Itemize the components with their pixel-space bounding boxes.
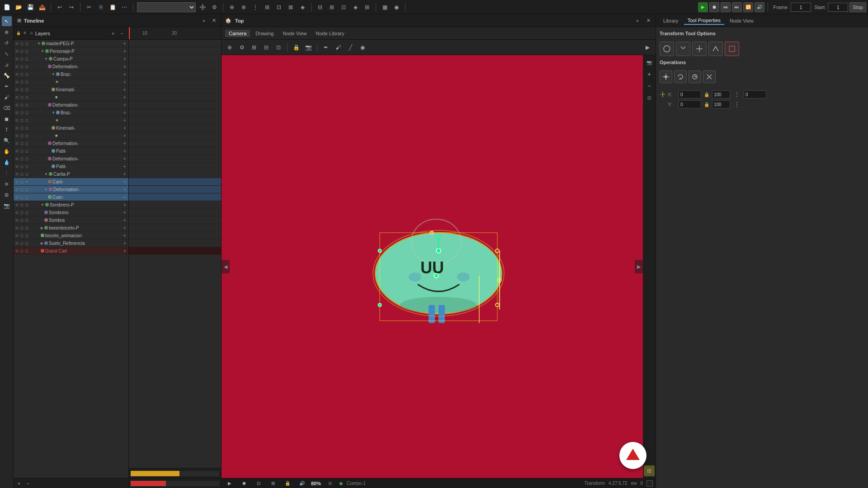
layer-row[interactable]: ⊙ ◻ ◻ ▼ Sombrero-P + [14,201,128,209]
frame-input[interactable]: 1 [791,3,811,12]
status-grid-icon[interactable]: ⊞ [268,478,278,488]
layer-row[interactable]: ⊙ ◻ ◻ ▼ Braz- + [14,70,128,78]
op-move-btn[interactable] [660,70,672,83]
export-icon[interactable]: 📤 [37,2,47,12]
layer-row[interactable]: ⊙ ◻ ◻ ▼ Personaje-P + [14,47,128,55]
vp-lock-icon[interactable]: 🔒 [291,42,302,53]
copy-icon[interactable]: ⎘ [96,2,106,12]
vp-paint-icon[interactable]: 🖌 [333,42,344,53]
timeline-add-btn[interactable]: + [200,17,208,24]
tool14-icon[interactable]: ◉ [392,2,401,12]
y-lock-icon[interactable]: 🔒 [703,101,710,108]
tool-opt-deform[interactable] [725,42,739,56]
layer-row[interactable]: ⊙ ◻ ◻ boceto_animacion + [14,232,128,239]
red-badge[interactable] [619,442,646,469]
vp-snap-icon[interactable]: ⊡ [273,42,284,53]
layer-row[interactable]: ⊙ ◻ ◻ ★ + [14,117,128,124]
status-lock-icon[interactable]: 🔒 [282,478,293,488]
tool-opt-skew[interactable] [708,42,723,56]
layer-row[interactable]: ⊙ ◻ ◻ Deformation- + [14,140,128,147]
prev-frame-button[interactable]: ⏮ [721,2,731,12]
tab-node-view[interactable]: Node View [279,30,310,37]
stop-playback-button[interactable]: ⏹ [709,2,719,12]
tool13-icon[interactable]: ▦ [380,2,390,12]
text-tool[interactable]: T [2,125,12,135]
op-reset-btn[interactable] [703,70,716,83]
layers-add-btn[interactable]: + [109,30,117,37]
layer-row[interactable]: ⊙ ◻ ◻ Sombrero + [14,209,128,216]
layer-row[interactable]: ⊙ ◻ ◻ ▼ masterPEG-P + [14,40,128,47]
layer-row[interactable]: ⊙ ◻ ◻ Kinemati- + [14,86,128,94]
vp-pen-icon[interactable]: ✒ [321,42,331,53]
redo-icon[interactable]: ↪ [66,2,76,12]
skew-tool[interactable]: ⊿ [2,60,12,70]
vp-settings-icon[interactable]: ⚙ [236,42,247,53]
tool10-icon[interactable]: ⊡ [339,2,349,12]
cut-icon[interactable]: ✂ [84,2,94,12]
y-pct-input[interactable] [712,100,730,108]
rotate-tool[interactable]: ↺ [2,38,12,48]
viewport-canvas[interactable]: UU [222,55,656,478]
show-all-icon[interactable]: 👁 [23,31,27,36]
pen-tool[interactable]: ✒ [2,81,12,91]
layer-row[interactable]: ⊙ ◻ ◻ ▼ Deformation- + [14,186,128,193]
side-layers-btn[interactable]: ⊞ [644,465,655,476]
viewport-add-btn[interactable]: + [634,17,641,24]
loop-button[interactable]: 🔁 [743,2,753,12]
status-color-swatch[interactable] [646,480,653,487]
select-tool[interactable]: ↖ [2,16,12,26]
bone-tool[interactable]: 🦴 [2,70,12,80]
open-icon[interactable]: 📂 [14,2,24,12]
timeline-settings-icon[interactable]: ⚙ [209,2,219,12]
play-button[interactable]: ▶ [698,2,708,12]
undo-icon[interactable]: ↩ [55,2,65,12]
add-timeline-icon[interactable]: ➕ [198,2,208,12]
tool6-icon[interactable]: ⊠ [286,2,296,12]
layer-row[interactable]: ⊙ ◻ ◻ Deformation- + [14,63,128,70]
layer-row[interactable]: ⊙ ◻ ◻ ▼ Carita-P + [14,170,128,178]
vp-layout-icon[interactable]: ⊟ [261,42,272,53]
deform-tool[interactable]: ≋ [2,179,12,189]
zoom-tool[interactable]: 🔍 [2,136,12,145]
tool1-icon[interactable]: ⊕ [227,2,237,12]
next-frame-button[interactable]: ⏭ [732,2,742,12]
tool5-icon[interactable]: ⊡ [274,2,284,12]
start-input[interactable] [828,3,848,12]
vp-camera-icon[interactable]: 📷 [303,42,314,53]
scale-tool[interactable]: ⤡ [2,49,12,59]
vp-color-icon[interactable]: ◉ [357,42,368,53]
paste-icon[interactable]: 📋 [108,2,118,12]
tool-opt-scale[interactable] [692,42,707,56]
layer-row[interactable]: ⊙ ◻ ◻ ■ + [14,132,128,140]
status-settings-icon[interactable]: ⊡ [253,478,264,488]
tool8-icon[interactable]: ⊟ [315,2,325,12]
tool12-icon[interactable]: ⊞ [362,2,372,12]
timeline-close-btn[interactable]: ✕ [210,17,217,24]
tab-tool-properties[interactable]: Tool Properties [684,17,724,25]
layer-row[interactable]: ⊙ ◻ ✏ Carit- + [14,178,128,186]
lock-all-icon[interactable]: 🔒 [16,31,21,36]
tab-drawing[interactable]: Drawing [252,30,277,37]
layer-row[interactable]: ⊙ ◻ ◻ Patit- + [14,163,128,170]
hand-tool[interactable]: ✋ [2,146,12,156]
layer-row[interactable]: ⊙ ◻ ◻ Kinemati- + [14,124,128,132]
viewport-close-btn[interactable]: ✕ [645,17,652,24]
layer-row[interactable]: ⊙ ◻ ◻ Patit- + [14,147,128,155]
x-lock-icon[interactable]: 🔒 [703,91,710,98]
op-cycle-btn[interactable] [689,70,701,83]
save-icon[interactable]: 💾 [25,2,35,12]
new-icon[interactable]: 📄 [2,2,12,12]
tab-node-view-right[interactable]: Node View [726,17,757,24]
tool4-icon[interactable]: ⊞ [262,2,272,12]
x-input[interactable] [679,90,701,99]
tab-library[interactable]: Library [660,17,682,24]
layer-row[interactable]: ⊙ ◻ ◻ Deformation- + [14,101,128,109]
layer-row[interactable]: ⊙ ◻ ◻ ▶ Suelo_Referencia + [14,239,128,247]
x-val2-input[interactable] [744,90,766,99]
remove-layer-btn[interactable]: − [24,480,32,487]
camera-tool[interactable]: 📷 [2,201,12,211]
op-rotate-btn[interactable] [674,70,687,83]
layer-row[interactable]: ⊙ ◻ ◻ Sombra + [14,216,128,224]
hide-all-icon[interactable]: ⊙ [29,31,33,36]
tool-opt-select[interactable] [660,42,674,56]
